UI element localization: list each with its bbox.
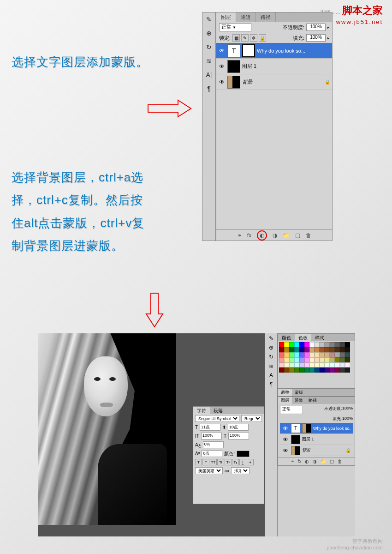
antialias-select[interactable]: 浑厚 bbox=[231, 467, 249, 474]
swatch-color[interactable] bbox=[325, 362, 330, 367]
swatch-color[interactable] bbox=[345, 352, 350, 357]
history-icon[interactable]: ↻ bbox=[269, 354, 273, 360]
new-layer-icon[interactable]: ▢ bbox=[295, 232, 300, 239]
swatch-color[interactable] bbox=[294, 362, 299, 367]
swatch-color[interactable] bbox=[299, 367, 304, 373]
tab-mask[interactable]: 蒙版 bbox=[292, 389, 306, 396]
swatch-color[interactable] bbox=[304, 362, 309, 367]
swatch-color[interactable] bbox=[294, 352, 299, 357]
tab-layers-mini[interactable]: 图层 bbox=[278, 397, 292, 404]
swatch-color[interactable] bbox=[299, 347, 304, 352]
layer-background[interactable]: 👁 背景 🔒 bbox=[216, 74, 332, 90]
layer-fx-icon[interactable]: fx bbox=[247, 232, 251, 239]
swatch-color[interactable] bbox=[335, 342, 340, 347]
tab-paragraph[interactable]: 段落 bbox=[210, 407, 226, 414]
swatch-color[interactable] bbox=[315, 367, 320, 373]
swatch-color[interactable] bbox=[340, 342, 345, 347]
swatch-color[interactable] bbox=[325, 367, 330, 373]
swatch-color[interactable] bbox=[345, 362, 350, 367]
visibility-icon[interactable]: 👁 bbox=[282, 436, 289, 443]
swatch-color[interactable] bbox=[279, 352, 284, 357]
swatch-color[interactable] bbox=[294, 357, 299, 362]
swatch-color[interactable] bbox=[294, 342, 299, 347]
swatch-color[interactable] bbox=[284, 367, 289, 373]
mask-icon[interactable]: ◐ bbox=[305, 459, 309, 464]
hscale-input[interactable]: 100% bbox=[228, 433, 249, 440]
delete-layer-icon[interactable]: 🗑 bbox=[306, 232, 311, 239]
underline-button[interactable]: T̲ bbox=[239, 459, 246, 465]
fill-input[interactable]: 100% bbox=[306, 34, 326, 42]
baseline-input[interactable]: 0点 bbox=[202, 450, 222, 457]
swatch-color[interactable] bbox=[340, 362, 345, 367]
tab-color[interactable]: 颜色 bbox=[278, 334, 295, 341]
adjustment-layer-icon[interactable]: ◑ bbox=[273, 232, 277, 239]
swatch-color[interactable] bbox=[299, 362, 304, 367]
swatch-color[interactable] bbox=[325, 357, 330, 362]
mask-thumb[interactable] bbox=[242, 44, 255, 57]
swatch-color[interactable] bbox=[330, 352, 335, 357]
tab-character[interactable]: 字符 bbox=[193, 407, 210, 414]
swatch-color[interactable] bbox=[304, 347, 309, 352]
swatch-color[interactable] bbox=[325, 347, 330, 352]
swatch-color[interactable] bbox=[345, 367, 350, 373]
new-group-icon[interactable]: 📁 bbox=[283, 232, 290, 239]
mini-layer-1[interactable]: 👁 图层 1 bbox=[280, 434, 353, 445]
layer-1[interactable]: 👁 图层 1 bbox=[216, 59, 332, 74]
lock-all-icon[interactable]: 🔒 bbox=[259, 34, 266, 42]
swatch-color[interactable] bbox=[309, 367, 315, 373]
history-tool-icon[interactable]: ↻ bbox=[204, 42, 214, 52]
tab-styles[interactable]: 样式 bbox=[311, 334, 328, 341]
layer-text[interactable]: 👁 T Why do you look so... bbox=[216, 43, 332, 59]
bold-button[interactable]: T bbox=[195, 459, 202, 465]
swatch-color[interactable] bbox=[315, 347, 320, 352]
leading-input[interactable]: 10点 bbox=[228, 424, 249, 431]
visibility-icon[interactable]: 👁 bbox=[218, 47, 226, 54]
layer-thumb[interactable] bbox=[227, 60, 240, 73]
paragraph-icon[interactable]: ¶ bbox=[270, 381, 273, 388]
swatch-color[interactable] bbox=[320, 357, 325, 362]
swatch-color[interactable] bbox=[340, 352, 345, 357]
swatch-color[interactable] bbox=[309, 362, 315, 367]
swatch-color[interactable] bbox=[279, 357, 284, 362]
swatch-color[interactable] bbox=[315, 342, 320, 347]
swatch-color[interactable] bbox=[335, 357, 340, 362]
kern-input[interactable]: 0% bbox=[203, 441, 224, 448]
swatch-color[interactable] bbox=[309, 352, 315, 357]
tab-swatches[interactable]: 色板 bbox=[295, 334, 311, 341]
swatch-color[interactable] bbox=[320, 342, 325, 347]
text-layer-thumb[interactable]: T bbox=[227, 44, 240, 57]
mini-layer-bg[interactable]: 👁 背景 🔒 bbox=[280, 445, 353, 456]
swatch-color[interactable] bbox=[320, 347, 325, 352]
swatch-color[interactable] bbox=[289, 347, 294, 352]
swatch-color[interactable] bbox=[345, 357, 350, 362]
swatch-color[interactable] bbox=[284, 352, 289, 357]
swatch-color[interactable] bbox=[284, 342, 289, 347]
swatch-color[interactable] bbox=[340, 347, 345, 352]
swatch-color[interactable] bbox=[309, 347, 315, 352]
swatch-color[interactable] bbox=[345, 347, 350, 352]
swatch-color[interactable] bbox=[315, 362, 320, 367]
visibility-icon[interactable]: 👁 bbox=[282, 425, 289, 432]
swatch-color[interactable] bbox=[279, 347, 284, 352]
swatch-color[interactable] bbox=[289, 352, 294, 357]
swatch-color[interactable] bbox=[340, 367, 345, 373]
swatch-color[interactable] bbox=[294, 367, 299, 373]
visibility-icon[interactable]: 👁 bbox=[218, 63, 226, 70]
link-layers-icon[interactable]: ⚭ bbox=[237, 232, 242, 239]
subscript-button[interactable]: T₁ bbox=[232, 459, 239, 465]
paragraph-tool-icon[interactable]: ¶ bbox=[204, 84, 214, 94]
layer-thumb[interactable] bbox=[291, 435, 300, 444]
smallcaps-button[interactable]: Tt bbox=[217, 459, 224, 465]
swatch-color[interactable] bbox=[294, 347, 299, 352]
swatch-color[interactable] bbox=[320, 362, 325, 367]
canvas-image[interactable] bbox=[38, 333, 176, 525]
swatch-color[interactable] bbox=[304, 352, 309, 357]
superscript-button[interactable]: T¹ bbox=[225, 459, 232, 465]
swatch-color[interactable] bbox=[304, 367, 309, 373]
new-icon[interactable]: ▢ bbox=[330, 459, 334, 464]
tab-layers[interactable]: 图层 bbox=[216, 12, 236, 22]
swatch-color[interactable] bbox=[284, 347, 289, 352]
swatch-color[interactable] bbox=[315, 357, 320, 362]
swatch-color[interactable] bbox=[299, 342, 304, 347]
swatch-color[interactable] bbox=[279, 342, 284, 347]
